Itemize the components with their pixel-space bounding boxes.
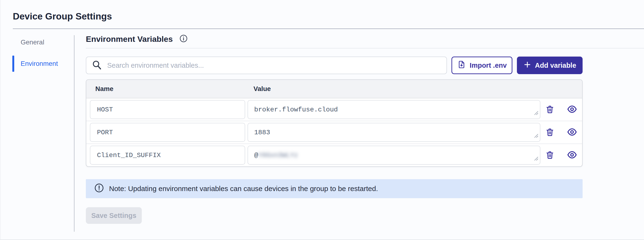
env-var-row: broker.flowfuse.cloud [86,98,582,121]
resize-handle-icon[interactable] [534,156,539,163]
restart-note-banner: Note: Updating environment variables can… [86,179,582,198]
sidebar-item-general[interactable]: General [0,34,74,50]
add-variable-button[interactable]: Add variable [517,57,582,74]
plus-icon [523,61,531,70]
env-var-value-cell: @Y8Gxn3WLYz [248,146,540,165]
settings-body: General Environment Environment Variable… [0,29,644,232]
env-var-name-cell [86,146,248,165]
sidebar-item-label: Environment [21,60,58,67]
document-download-icon [457,60,466,71]
env-toolbar: Import .env Add variable [86,57,582,74]
trash-icon [545,150,554,160]
trash-icon [545,104,554,115]
env-var-value-input[interactable]: @Y8Gxn3WLYz [248,146,540,165]
redacted-value: Y8Gxn3WLYz [258,152,298,159]
env-var-value-cell: broker.flowfuse.cloud [248,100,540,119]
trash-icon [545,127,554,138]
env-var-row: @Y8Gxn3WLYz [86,144,582,166]
page-title: Device Group Settings [0,0,644,22]
sidebar-item-label: General [21,39,44,46]
sidebar-item-environment[interactable]: Environment [0,56,74,72]
delete-variable-button[interactable] [545,104,554,115]
resize-handle-icon[interactable] [534,110,539,117]
eye-icon [567,150,577,161]
search-icon [92,60,102,71]
active-tab-indicator [12,56,14,72]
env-var-actions-cell [540,127,582,138]
environment-panel: Environment Variables [74,29,644,232]
info-icon[interactable] [180,35,188,44]
delete-variable-button[interactable] [545,127,554,138]
env-var-value-input[interactable]: broker.flowfuse.cloud [248,100,540,119]
table-header: Name Value [86,80,582,98]
settings-sidebar: General Environment [0,29,74,232]
env-var-actions-cell [540,150,582,161]
reveal-value-button[interactable] [567,150,577,161]
reveal-value-button[interactable] [567,104,577,115]
env-var-row: 1883 [86,121,582,144]
env-var-value-cell: 1883 [248,123,540,142]
env-var-name-input[interactable] [90,100,245,119]
device-group-settings-page: Device Group Settings General Environmen… [0,0,644,239]
env-var-value-input[interactable]: 1883 [248,123,540,142]
import-env-label: Import .env [470,62,507,69]
eye-icon [567,104,577,115]
column-header-value: Value [248,85,582,93]
save-settings-button[interactable]: Save Settings [86,207,142,224]
column-header-name: Name [86,85,248,93]
alert-circle-icon [94,183,104,194]
env-var-actions-cell [540,104,582,115]
reveal-value-button[interactable] [567,127,577,138]
section-title: Environment Variables [86,34,173,44]
resize-handle-icon[interactable] [534,133,539,140]
search-input[interactable] [107,61,441,70]
env-var-name-input[interactable] [90,146,245,165]
restart-note-text: Note: Updating environment variables can… [109,185,378,193]
search-box [86,57,447,74]
delete-variable-button[interactable] [545,150,554,160]
environment-content: Import .env Add variable [86,48,582,224]
env-var-name-input[interactable] [90,123,245,142]
env-var-name-cell [86,100,248,119]
section-heading-row: Environment Variables [86,29,644,48]
import-env-button[interactable]: Import .env [452,57,512,74]
add-variable-label: Add variable [535,62,576,69]
table-rows: broker.flowfuse.cloud [86,98,582,166]
eye-icon [567,127,577,138]
env-var-name-cell [86,123,248,142]
env-variables-table: Name Value broker.flowfuse.cloud [86,79,582,167]
